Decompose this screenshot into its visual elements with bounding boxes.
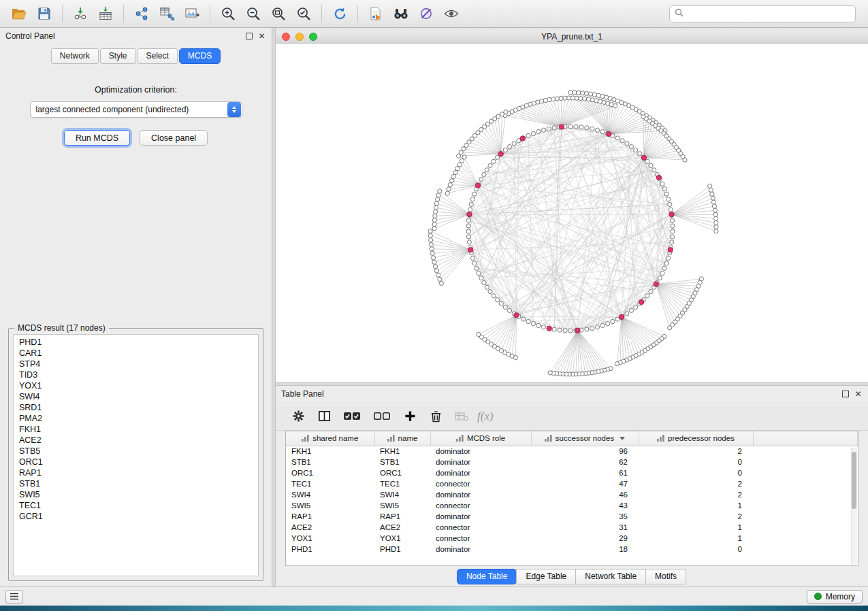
table-tab-motifs[interactable]: Motifs	[645, 569, 686, 584]
scrollbar-thumb[interactable]	[852, 452, 856, 509]
run-mcds-button[interactable]: Run MCDS	[64, 130, 130, 146]
select-all-icon[interactable]	[338, 405, 366, 428]
open-folder-icon[interactable]	[7, 3, 31, 24]
clear-values-icon[interactable]	[450, 405, 473, 428]
mcds-result-item[interactable]: FKH1	[14, 424, 258, 435]
close-table-panel-icon[interactable]: ✕	[854, 390, 863, 399]
table-toolbar: f(x)	[276, 402, 868, 431]
toolbar-separator	[210, 5, 210, 22]
table-row[interactable]: RAP1RAP1dominator352	[286, 511, 858, 522]
zoom-out-icon[interactable]	[241, 3, 266, 24]
table-row[interactable]: SWI4SWI4dominator462	[286, 489, 858, 500]
show-graphics-details-icon[interactable]	[439, 3, 464, 24]
mcds-result-item[interactable]: STB5	[14, 446, 258, 457]
table-row[interactable]: ACE2ACE2connector311	[286, 522, 858, 533]
mcds-result-item[interactable]: SWI5	[14, 489, 258, 500]
save-icon[interactable]	[32, 3, 57, 24]
mcds-result-title: MCDS result (17 nodes)	[14, 323, 109, 333]
zoom-fit-icon[interactable]	[266, 3, 291, 24]
table-row[interactable]: TEC1TEC1connector472	[286, 478, 858, 489]
float-panel-icon[interactable]	[246, 33, 253, 39]
table-tab-node-table[interactable]: Node Table	[457, 569, 517, 584]
table-row[interactable]: SWI5SWI5connector431	[286, 500, 858, 511]
mcds-result-item[interactable]: STP4	[14, 359, 258, 369]
refresh-icon[interactable]	[327, 3, 352, 24]
network-from-table-icon[interactable]	[155, 3, 179, 24]
tab-network[interactable]: Network	[51, 48, 99, 64]
mcds-result-item[interactable]: SRD1	[14, 402, 258, 413]
close-panel-button[interactable]: Close panel	[140, 130, 208, 146]
export-image-icon[interactable]	[180, 3, 204, 24]
columns-icon[interactable]	[312, 405, 336, 428]
close-panel-icon[interactable]: ✕	[257, 32, 266, 41]
memory-button[interactable]: Memory	[807, 590, 863, 604]
search-input[interactable]	[688, 9, 850, 18]
table-row[interactable]: FKH1FKH1dominator962	[286, 446, 858, 457]
network-window-titlebar: YPA_prune.txt_1	[276, 31, 868, 44]
tab-mcds[interactable]: MCDS	[179, 48, 221, 64]
mcds-result-item[interactable]: PMA2	[14, 413, 258, 424]
table-panel: Table Panel ✕	[276, 386, 868, 587]
search-objects-icon[interactable]	[389, 3, 413, 24]
mcds-tab-content: Optimization criterion: largest connecte…	[0, 67, 272, 587]
tab-select[interactable]: Select	[138, 48, 178, 64]
criterion-dropdown-value: largest connected component (undirected)	[31, 105, 227, 114]
add-column-icon[interactable]	[398, 405, 421, 428]
column-header-shared-name[interactable]: shared name	[286, 431, 374, 446]
column-header-successor-nodes[interactable]: successor nodes	[531, 431, 639, 446]
table-header-row: shared name name MCDS role successor n	[286, 431, 858, 446]
import-table-file-icon[interactable]	[93, 3, 118, 24]
network-canvas[interactable]	[276, 44, 868, 382]
mcds-result-item[interactable]: ACE2	[14, 435, 258, 446]
zoom-in-icon[interactable]	[216, 3, 240, 24]
mcds-result-list[interactable]: PHD1CAR1STP4TID3YOX1SWI4SRD1PMA2FKH1ACE2…	[13, 334, 259, 576]
delete-column-icon[interactable]	[424, 405, 447, 428]
mcds-result-item[interactable]: PHD1	[14, 337, 258, 348]
table-tab-network-table[interactable]: Network Table	[575, 569, 646, 584]
memory-label: Memory	[826, 592, 855, 601]
table-tab-edge-table[interactable]: Edge Table	[516, 569, 576, 584]
tab-style[interactable]: Style	[100, 48, 136, 64]
table-scrollbar[interactable]	[851, 448, 857, 564]
mcds-result-item[interactable]: CAR1	[14, 348, 258, 359]
zoom-selected-icon[interactable]	[291, 3, 316, 24]
mcds-result-item[interactable]: TEC1	[14, 500, 258, 511]
desktop-wallpaper	[0, 606, 868, 611]
mcds-result-item[interactable]: SWI4	[14, 391, 258, 402]
main-toolbar	[0, 0, 868, 28]
import-network-file-icon[interactable]	[68, 3, 93, 24]
column-header-name[interactable]: name	[374, 431, 430, 446]
show-panels-list-icon[interactable]	[5, 590, 23, 604]
table-row[interactable]: ORC1ORC1dominator610	[286, 467, 858, 478]
settings-gear-icon[interactable]	[287, 405, 310, 428]
float-table-panel-icon[interactable]	[842, 391, 849, 397]
deselect-all-icon[interactable]	[368, 405, 396, 428]
table-row[interactable]: STB1STB1dominator620	[286, 457, 858, 467]
criterion-dropdown[interactable]: largest connected component (undirected)	[30, 101, 242, 118]
chevron-down-icon	[620, 437, 625, 440]
share-network-icon[interactable]	[129, 3, 154, 24]
sort-icon	[657, 435, 664, 442]
mcds-result-item[interactable]: RAP1	[14, 467, 258, 478]
mcds-result-item[interactable]: TID3	[14, 369, 258, 380]
column-header-predecessor-nodes[interactable]: predecessor nodes	[639, 431, 753, 446]
column-header-mcds-role[interactable]: MCDS role	[430, 431, 531, 446]
table-row[interactable]: YOX1YOX1connector291	[286, 533, 858, 544]
node-table-container: shared name name MCDS role successor n	[285, 431, 858, 566]
toolbar-separator	[123, 5, 124, 22]
network-window-title: YPA_prune.txt_1	[276, 32, 868, 42]
mcds-result-item[interactable]: STB1	[14, 478, 258, 489]
sort-icon	[387, 435, 395, 442]
export-document-icon[interactable]	[364, 3, 388, 24]
node-table: shared name name MCDS role successor n	[286, 431, 858, 555]
search-field[interactable]	[669, 5, 856, 22]
control-panel: Control Panel ✕ NetworkStyleSelectMCDS O…	[0, 28, 272, 587]
mcds-result-item[interactable]: GCR1	[14, 511, 258, 522]
apply-function-icon[interactable]: f(x)	[477, 410, 494, 423]
table-panel-title: Table Panel	[281, 389, 837, 399]
hide-graphics-details-icon[interactable]	[414, 3, 438, 24]
mcds-result-item[interactable]: YOX1	[14, 380, 258, 391]
mcds-result-item[interactable]: ORC1	[14, 457, 258, 467]
column-header-filler	[753, 431, 858, 446]
table-row[interactable]: PHD1PHD1dominator180	[286, 544, 858, 555]
